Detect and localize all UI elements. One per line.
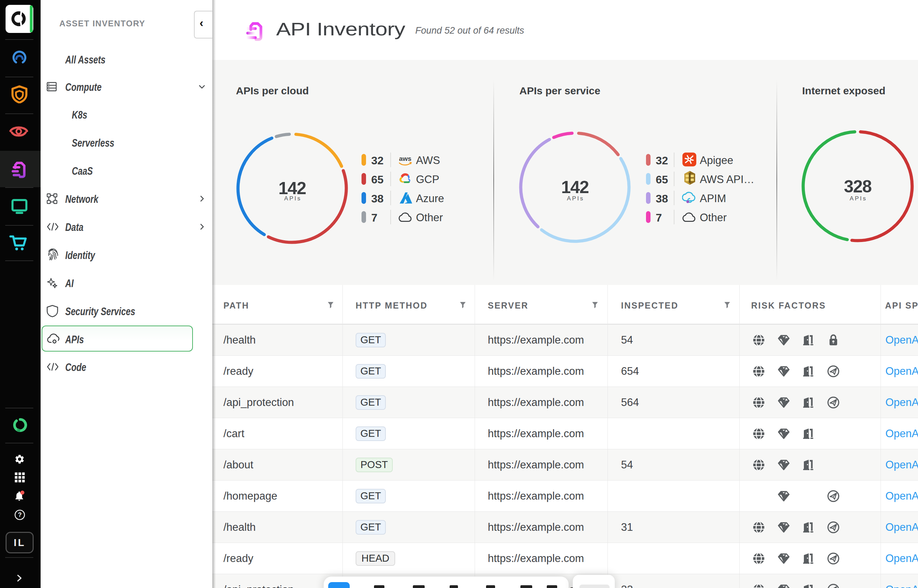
svg-text:?: ? (18, 511, 22, 518)
svg-text:aws: aws (399, 155, 411, 162)
